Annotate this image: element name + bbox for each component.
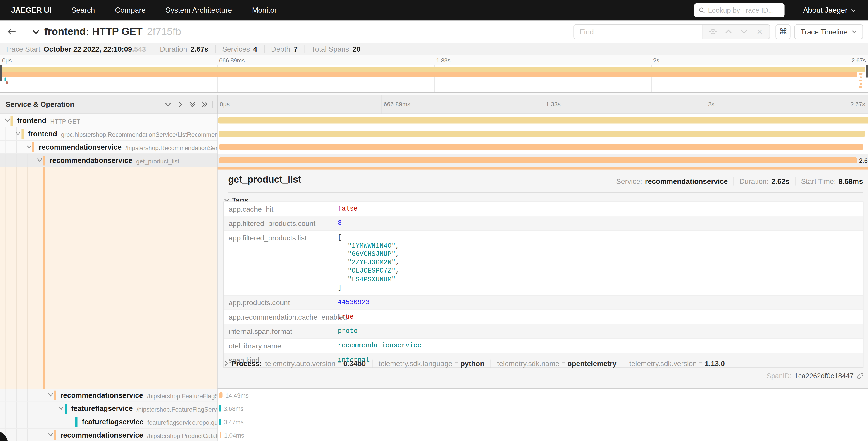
about-jaeger-menu[interactable]: About Jaeger bbox=[803, 6, 856, 14]
next-match-button[interactable] bbox=[738, 25, 751, 38]
span-row-recommendation-list[interactable]: recommendationservice/hipstershop.Recomm… bbox=[0, 140, 868, 154]
process-tag: telemetry.sdk.version=1.13.0 bbox=[623, 359, 725, 368]
tag-row[interactable]: app.cache_hit false bbox=[223, 202, 863, 216]
span-row-frontend-http-get[interactable]: frontendHTTP GET bbox=[0, 114, 868, 127]
trace-duration: Duration 2.67s bbox=[153, 45, 208, 53]
chevron-down-icon[interactable] bbox=[47, 433, 53, 437]
span-bar[interactable] bbox=[219, 157, 857, 163]
span-timeline-cell[interactable] bbox=[217, 140, 868, 154]
minimap-right-drag-handle[interactable] bbox=[866, 65, 868, 78]
span-bar[interactable] bbox=[219, 432, 221, 438]
span-name-cell[interactable]: recommendationservice/hipstershop.Produc… bbox=[0, 429, 217, 441]
span-name-cell[interactable]: featureflagservicefeatureflagservice.rep… bbox=[0, 415, 217, 429]
span-timeline-cell[interactable]: 3.68ms bbox=[217, 402, 868, 415]
app-logo[interactable]: JAEGER UI bbox=[11, 6, 51, 14]
process-tag: telemetry.auto.version=0.34b0 bbox=[265, 359, 366, 368]
minimap-left-drag-handle[interactable] bbox=[0, 65, 2, 82]
minimap-canvas[interactable] bbox=[0, 65, 868, 92]
process-section[interactable]: Process: telemetry.auto.version=0.34b0 t… bbox=[224, 359, 725, 368]
span-name-cell[interactable]: featureflagservice/hipstershop.FeatureFl… bbox=[0, 402, 217, 415]
span-detail-accent-column bbox=[0, 167, 217, 389]
tag-row[interactable]: app.products.count 44530923 bbox=[223, 296, 863, 310]
trace-depth: Depth 7 bbox=[264, 45, 298, 53]
span-bar[interactable] bbox=[219, 144, 863, 150]
back-button[interactable] bbox=[0, 21, 25, 43]
collapse-all-icon[interactable] bbox=[189, 101, 196, 108]
indent-guides bbox=[5, 402, 60, 415]
span-bar[interactable] bbox=[219, 130, 865, 137]
span-row-featureflag-get[interactable]: featureflagservice/hipstershop.FeatureFl… bbox=[0, 402, 868, 415]
span-timeline-cell[interactable] bbox=[217, 114, 868, 127]
span-timeline-cell[interactable] bbox=[217, 127, 868, 140]
minimap-span-bar bbox=[859, 86, 862, 88]
indent-guides bbox=[5, 127, 16, 140]
span-row-get-product-list[interactable]: recommendationserviceget_product_list 2.… bbox=[0, 154, 868, 167]
span-service: featureflagservice bbox=[71, 404, 133, 413]
span-row-featureflag-repo-query[interactable]: featureflagservicefeatureflagservice.rep… bbox=[0, 415, 868, 429]
json-array-item: 1YMWWN1N4O bbox=[338, 242, 399, 250]
collapse-one-icon[interactable] bbox=[164, 101, 172, 108]
nav-item-compare[interactable]: Compare bbox=[115, 6, 146, 14]
column-resize-handle[interactable] bbox=[213, 101, 215, 108]
span-name-cell[interactable]: frontendgrpc.hipstershop.RecommendationS… bbox=[0, 127, 217, 140]
tag-value: 8 bbox=[338, 216, 342, 230]
focus-match-button[interactable] bbox=[707, 25, 720, 38]
span-bar[interactable] bbox=[219, 392, 223, 398]
prev-match-button[interactable] bbox=[722, 25, 735, 38]
span-bar[interactable] bbox=[219, 419, 221, 425]
process-tag: telemetry.sdk.language=python bbox=[372, 359, 484, 368]
tag-row[interactable]: app.filtered_products.count 8 bbox=[223, 216, 863, 231]
tag-row[interactable]: app.recommendation.cache_enabled true bbox=[223, 310, 863, 325]
trace-lookup-input[interactable] bbox=[708, 6, 780, 14]
span-name-cell[interactable]: recommendationserviceget_product_list bbox=[0, 154, 217, 167]
tick-label: 1.33s bbox=[436, 57, 451, 64]
nav-item-system-architecture[interactable]: System Architecture bbox=[166, 6, 232, 14]
span-operation: /hipstershop.RecommendationService/Lis..… bbox=[125, 144, 217, 151]
nav-item-search[interactable]: Search bbox=[71, 6, 95, 14]
tag-key: app.products.count bbox=[223, 296, 338, 310]
detail-start-time: Start Time:8.58ms bbox=[795, 177, 863, 185]
keyboard-shortcuts-button[interactable]: ⌘ bbox=[776, 24, 790, 39]
collapse-controls bbox=[164, 101, 208, 108]
span-name-cell[interactable]: recommendationservice/hipstershop.Recomm… bbox=[0, 140, 217, 154]
span-timeline-cell[interactable]: 1.04ms bbox=[217, 429, 868, 441]
chevron-down-icon[interactable] bbox=[26, 144, 32, 149]
span-timeline-cell[interactable]: 14.49ms bbox=[217, 389, 868, 402]
span-row-featureflag-parent[interactable]: recommendationservice/hipstershop.Featur… bbox=[0, 389, 868, 402]
clear-find-button[interactable]: ✕ bbox=[753, 25, 766, 38]
trace-summary-bar: Trace Start October 22 2022, 22:10:09 .5… bbox=[0, 42, 868, 55]
minimap-span-bar bbox=[1, 72, 857, 77]
nav-item-monitor[interactable]: Monitor bbox=[252, 6, 277, 14]
minimap-span-bar bbox=[860, 77, 862, 78]
span-bar[interactable] bbox=[219, 406, 221, 412]
tag-row[interactable]: internal.span.format proto bbox=[223, 324, 863, 339]
expand-all-icon[interactable] bbox=[201, 101, 208, 108]
tag-row[interactable]: otel.library.name recommendationservice bbox=[223, 339, 863, 353]
indent-guides bbox=[5, 140, 27, 153]
tag-value: recommendationservice bbox=[338, 339, 421, 353]
tag-key: app.filtered_products.list bbox=[223, 231, 338, 295]
find-input[interactable] bbox=[574, 25, 703, 38]
link-icon[interactable] bbox=[857, 372, 864, 379]
span-name-cell[interactable]: recommendationservice/hipstershop.Featur… bbox=[0, 389, 217, 402]
span-id-value: 1ca2262df0e18447 bbox=[794, 372, 854, 380]
process-tag: telemetry.sdk.name=opentelemetry bbox=[491, 359, 617, 368]
span-row-productcatalog[interactable]: recommendationservice/hipstershop.Produc… bbox=[0, 429, 868, 441]
expand-one-icon[interactable] bbox=[177, 101, 184, 108]
chevron-down-icon[interactable] bbox=[58, 406, 64, 410]
trace-view-selector[interactable]: Trace Timeline bbox=[795, 24, 863, 39]
trace-view-label: Trace Timeline bbox=[801, 27, 847, 36]
json-array-item: 66VCHSJNUP bbox=[338, 251, 399, 259]
chevron-down-icon[interactable] bbox=[4, 118, 11, 122]
span-timeline-cell[interactable]: 3.47ms bbox=[217, 415, 868, 429]
span-bar[interactable] bbox=[218, 117, 868, 123]
span-name-cell[interactable]: frontendHTTP GET bbox=[0, 114, 217, 127]
chevron-down-icon[interactable] bbox=[36, 157, 42, 162]
minimap-span-bar bbox=[4, 78, 6, 82]
collapse-trace-chevron[interactable] bbox=[32, 29, 40, 34]
chevron-down-icon[interactable] bbox=[15, 131, 21, 136]
chevron-down-icon[interactable] bbox=[47, 393, 53, 397]
span-timeline-cell[interactable]: 2.62s bbox=[217, 154, 868, 167]
span-row-frontend-grpc[interactable]: frontendgrpc.hipstershop.RecommendationS… bbox=[0, 127, 868, 140]
tag-row[interactable]: app.filtered_products.list [ 1YMWWN1N4O … bbox=[223, 231, 863, 296]
